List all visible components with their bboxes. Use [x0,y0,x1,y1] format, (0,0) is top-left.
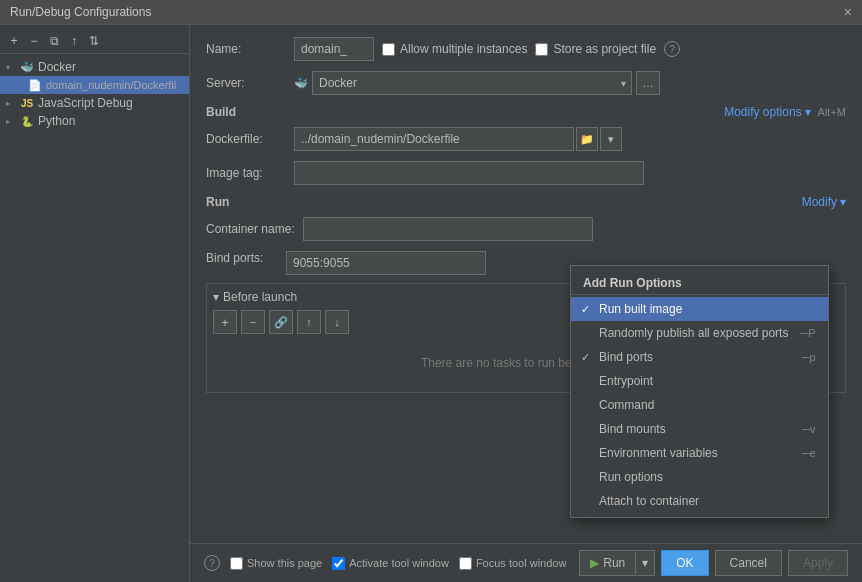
allow-multiple-checkbox[interactable] [382,43,395,56]
bind-ports-label: Bind ports [599,350,653,364]
dropdown-item-attach[interactable]: Attach to container [571,489,828,513]
file-icon: 📄 [28,78,42,92]
dropdown-item-run-built-image[interactable]: Run built image [571,297,828,321]
dockerfile-input[interactable] [294,127,574,151]
dockerfile-label: Dockerfile: [206,132,286,146]
modify-shortcut: Alt+M [818,106,846,118]
bind-ports-input[interactable] [286,251,486,275]
before-launch-down-button[interactable]: ↓ [325,310,349,334]
sidebar-item-js[interactable]: ▸ JS JavaScript Debug [0,94,189,112]
name-row: Name: Allow multiple instances Store as … [206,37,846,61]
dropdown-item-randomly-publish[interactable]: Randomly publish all exposed ports ─P [571,321,828,345]
add-config-button[interactable]: + [6,33,22,49]
server-docker-icon: 🐳 [294,76,308,90]
modify-options-label: Modify options [724,105,801,119]
dockerfile-browse-button[interactable]: 📁 [576,127,598,151]
sidebar-toolbar: + − ⧉ ↑ ⇅ [0,29,189,54]
before-launch-link-button[interactable]: 🔗 [269,310,293,334]
container-name-input[interactable] [303,217,593,241]
docker-arrow: ▾ [6,63,16,72]
store-project-checkbox[interactable] [535,43,548,56]
entrypoint-label: Entrypoint [599,374,653,388]
modify-run-label: Modify [802,195,837,209]
apply-button[interactable]: Apply [788,550,848,576]
sidebar-item-python[interactable]: ▸ 🐍 Python [0,112,189,130]
dropdown-item-run-options[interactable]: Run options [571,465,828,489]
modify-run-link[interactable]: Modify ▾ [802,195,846,209]
before-launch-title: Before launch [223,290,297,304]
server-label: Server: [206,76,286,90]
expand-icon: ▾ [213,290,219,304]
run-built-image-label: Run built image [599,302,682,316]
server-more-button[interactable]: … [636,71,660,95]
dropdown-item-bind-mounts[interactable]: Bind mounts ─v [571,417,828,441]
activate-tool-label: Activate tool window [349,557,449,569]
container-name-label: Container name: [206,222,295,236]
move-up-button[interactable]: ↑ [66,33,82,49]
run-button[interactable]: ▶ Run [580,552,636,574]
server-select-wrapper: Docker [312,71,632,95]
ok-button[interactable]: OK [661,550,708,576]
randomly-publish-shortcut: ─P [800,327,815,339]
show-page-label: Show this page [247,557,322,569]
js-label: JavaScript Debug [38,96,133,110]
dropdown-item-entrypoint[interactable]: Entrypoint [571,369,828,393]
sidebar-item-dockerfile[interactable]: 📄 domain_nudemin/Dockerfil [0,76,189,94]
python-arrow: ▸ [6,117,16,126]
dockerfile-chevron-button[interactable]: ▾ [600,127,622,151]
bottom-help-icon[interactable]: ? [204,555,220,571]
dropdown-item-command[interactable]: Command [571,393,828,417]
build-title: Build [206,105,236,119]
dropdown-title: Add Run Options [571,270,828,295]
attach-label: Attach to container [599,494,699,508]
docker-label: Docker [38,60,76,74]
run-options-dropdown: Add Run Options Run built image Randomly… [570,265,829,518]
name-input[interactable] [294,37,374,61]
before-launch-up-button[interactable]: ↑ [297,310,321,334]
activate-tool-checkbox[interactable] [332,557,345,570]
before-launch-add-button[interactable]: + [213,310,237,334]
dialog-content: Name: Allow multiple instances Store as … [190,25,862,543]
server-select[interactable]: Docker [312,71,632,95]
run-button-group: ▶ Run ▾ [579,550,655,576]
sort-button[interactable]: ⇅ [86,33,102,49]
run-arrow-icon: ▶ [590,556,599,570]
modify-options-link[interactable]: Modify options ▾ Alt+M [724,105,846,119]
show-page-wrap: Show this page [230,557,322,570]
bind-mounts-shortcut: ─v [802,423,815,435]
js-arrow: ▸ [6,99,16,108]
help-icon[interactable]: ? [664,41,680,57]
show-page-checkbox[interactable] [230,557,243,570]
activate-tool-wrap: Activate tool window [332,557,449,570]
store-project-wrap: Store as project file [535,42,656,56]
run-dropdown-button[interactable]: ▾ [636,552,654,574]
container-name-row: Container name: [206,217,846,241]
remove-config-button[interactable]: − [26,33,42,49]
run-section: Run Modify ▾ [206,195,846,209]
run-options-label: Run options [599,470,663,484]
name-label: Name: [206,42,286,56]
command-label: Command [599,398,654,412]
dropdown-item-bind-ports[interactable]: Bind ports ─p [571,345,828,369]
image-tag-input[interactable] [294,161,644,185]
sidebar: + − ⧉ ↑ ⇅ ▾ 🐳 Docker 📄 domain_nudemin/Do… [0,25,190,582]
dockerfile-input-group: 📁 ▾ [294,127,622,151]
chevron-down-icon: ▾ [805,105,811,119]
env-vars-shortcut: ─e [802,447,816,459]
copy-config-button[interactable]: ⧉ [46,33,62,49]
before-launch-remove-button[interactable]: − [241,310,265,334]
env-vars-label: Environment variables [599,446,718,460]
sidebar-item-docker[interactable]: ▾ 🐳 Docker [0,58,189,76]
bind-ports-label: Bind ports: [206,251,286,265]
dropdown-item-env-vars[interactable]: Environment variables ─e [571,441,828,465]
title-bar: Run/Debug Configurations × [0,0,862,25]
close-button[interactable]: × [844,4,852,20]
cancel-button[interactable]: Cancel [715,550,782,576]
focus-tool-checkbox[interactable] [459,557,472,570]
focus-tool-wrap: Focus tool window [459,557,567,570]
server-row: Server: 🐳 Docker … [206,71,846,95]
randomly-publish-label: Randomly publish all exposed ports [599,326,788,340]
js-icon: JS [20,96,34,110]
dockerfile-label: domain_nudemin/Dockerfil [46,79,176,91]
modify-chevron-icon: ▾ [840,195,846,209]
